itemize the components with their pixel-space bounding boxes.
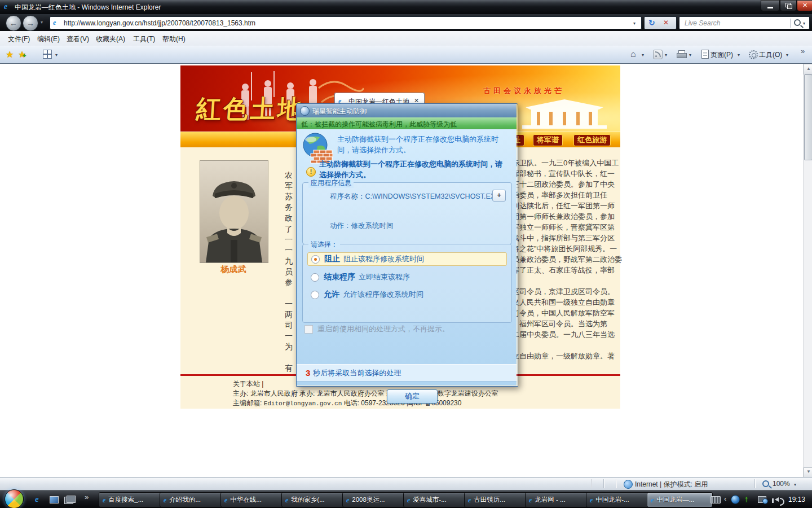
program-name-value: C:\WINDOWS\SYSTEM32\SVCHOST.EXE — [365, 192, 500, 200]
taskbar-button-2[interactable]: e介绍我的... — [160, 492, 226, 507]
taskbar-button-5[interactable]: e2008奥运... — [342, 492, 408, 507]
show-desktop-icon[interactable] — [50, 496, 59, 503]
program-name-row: 程序名称：C:\WINDOWS\SYSTEM32\SVCHOST.EXE — [330, 192, 500, 202]
search-dropdown-icon[interactable]: ▾ — [803, 21, 805, 26]
address-dropdown-icon[interactable]: ▾ — [633, 21, 636, 26]
search-icon[interactable] — [794, 19, 801, 26]
portrait-art — [200, 161, 268, 262]
feeds-icon[interactable] — [653, 50, 663, 59]
status-separator-2 — [603, 479, 604, 488]
feeds-dropdown-icon[interactable]: ▾ — [665, 52, 667, 58]
nav-item-generals[interactable]: 将军谱 — [533, 134, 563, 146]
taskbar-button-6[interactable]: e爱喜城市-... — [403, 492, 469, 507]
screen: e 中国龙岩―红色土地 - Windows Internet Explorer … — [0, 0, 812, 508]
tray-network-icon[interactable] — [758, 496, 766, 503]
menu-favorites[interactable]: 收藏夹(A) — [96, 34, 125, 44]
favorites-center-icon[interactable]: ★ — [6, 49, 14, 60]
taskbar-button-1[interactable]: e百度搜索_... — [99, 492, 165, 507]
tray-up-arrow-icon[interactable]: ↑ — [744, 494, 749, 503]
taskbar: e » e百度搜索_... e介绍我的... e中华在线... e我的家乡(..… — [0, 490, 812, 508]
window-switcher-icon[interactable] — [64, 497, 73, 504]
tray-clock[interactable]: 19:13 — [788, 496, 805, 503]
refresh-stop-group: ↻ ✕ — [644, 16, 677, 29]
option-block-name: 阻止 — [324, 254, 340, 264]
internet-zone-icon — [624, 480, 633, 489]
menu-tools[interactable]: 工具(T) — [133, 34, 155, 44]
start-button[interactable] — [5, 489, 24, 508]
tray-chevron-icon[interactable]: ‹ — [724, 494, 726, 503]
nav-item-tourism[interactable]: 红色旅游 — [573, 134, 611, 146]
threat-level-banner: 低：被拦截的操作可能被病毒利用，此威胁等级为低 — [297, 117, 517, 129]
address-input[interactable] — [63, 19, 629, 28]
tools-menu-button[interactable]: 工具(O) — [759, 50, 782, 60]
menu-edit[interactable]: 编辑(E) — [37, 34, 60, 44]
page-menu-button[interactable]: 页面(P) — [710, 50, 733, 60]
tray-globe-icon[interactable] — [731, 495, 740, 504]
back-icon: ← — [10, 19, 17, 28]
print-icon[interactable] — [677, 50, 686, 58]
remember-checkbox[interactable] — [304, 325, 313, 334]
refresh-icon[interactable]: ↻ — [648, 18, 655, 27]
toolbar-overflow-chevron[interactable]: » — [801, 47, 805, 55]
scrollbar-thumb[interactable] — [804, 75, 812, 160]
tab-bar: ★ ★ ▾ e 中国龙岩-红色土地 e 中国龙岩―红色土地 e 中国龙岩―红色土… — [0, 46, 812, 64]
radio-block-selected[interactable] — [311, 255, 320, 264]
article-left-column: 农军 苏务 政了 一一 九员 参 一两 司一 为 有 — [285, 170, 295, 374]
restore-button[interactable] — [780, 0, 797, 11]
tray-volume-icon[interactable] — [775, 497, 779, 502]
home-dropdown-icon[interactable]: ▾ — [642, 52, 644, 58]
footer-email-label: 主编邮箱: — [233, 399, 264, 407]
tab-list-dropdown[interactable]: ▾ — [55, 52, 58, 58]
dialog-title: 瑞星智能主动防御 — [312, 107, 367, 116]
back-button[interactable]: ← — [6, 15, 21, 31]
quick-tabs-icon[interactable] — [43, 50, 52, 59]
threat-level-text: 低：被拦截的操作可能被病毒利用，此威胁等级为低 — [301, 120, 457, 129]
radio-allow[interactable] — [311, 291, 319, 299]
recent-pages-dropdown[interactable]: ▾ — [41, 20, 43, 25]
forward-icon: → — [27, 19, 34, 28]
taskbar-button-8[interactable]: e龙岩网 - ... — [525, 492, 591, 507]
search-input[interactable] — [683, 19, 770, 28]
option-block[interactable]: 阻止 阻止该程序修改系统时间 — [307, 252, 507, 266]
taskbar-button-9[interactable]: e中国龙岩-... — [586, 492, 652, 507]
app-info-legend: 应用程序信息 — [308, 178, 354, 188]
tray-keyboard-icon[interactable] — [710, 496, 721, 503]
ok-button[interactable]: 确定 — [387, 389, 438, 404]
status-separator-1 — [591, 479, 592, 488]
scroll-up-button[interactable]: ▲ — [804, 64, 812, 75]
stop-icon[interactable]: ✕ — [663, 19, 669, 27]
close-button[interactable]: ✕ — [797, 0, 812, 11]
radio-terminate[interactable] — [311, 273, 319, 282]
zoom-dropdown-icon[interactable]: ▾ — [794, 482, 796, 487]
footer-line1: 主办: 龙岩市人民政府 承办: 龙岩市人民政府办公室 建设维护: 龙岩市数字龙岩… — [233, 389, 498, 398]
quicklaunch-ie-icon[interactable]: e — [35, 495, 39, 503]
print-dropdown-icon[interactable]: ▾ — [689, 52, 691, 58]
taskbar-button-10-active[interactable]: e中国龙岩―... — [647, 492, 713, 507]
status-separator-3 — [616, 479, 616, 488]
rising-defense-dialog: 瑞星智能主动防御 低：被拦截的操作可能被病毒利用，此威胁等级为低 主动防御截获到… — [296, 103, 518, 387]
minimize-button[interactable] — [761, 0, 780, 11]
option-terminate[interactable]: 结束程序 立即结束该程序 — [307, 271, 506, 283]
dialog-message-bold: 主动防御截获到一个程序正在修改您电脑的系统时间，请选择操作方式。 — [319, 159, 508, 180]
home-icon[interactable]: ⌂ — [630, 49, 636, 59]
address-page-icon: e — [53, 19, 56, 27]
option-allow[interactable]: 允许 允许该程序修改系统时间 — [307, 288, 506, 301]
taskbar-button-7[interactable]: e古田镇历... — [464, 492, 530, 507]
menu-view[interactable]: 查看(V) — [67, 34, 89, 44]
footer-about-link[interactable]: 关于本站 | — [233, 379, 263, 389]
menu-file[interactable]: 文件(F) — [8, 34, 30, 44]
banner-title: 紅色土地 — [195, 93, 306, 126]
zoom-level-button[interactable]: 100% — [773, 480, 790, 488]
menu-help[interactable]: 帮助(H) — [162, 34, 186, 44]
dialog-titlebar[interactable]: 瑞星智能主动防御 — [297, 104, 517, 117]
add-favorite-icon[interactable]: ★ — [18, 49, 26, 60]
quicklaunch-chevron[interactable]: » — [85, 493, 89, 501]
taskbar-button-4[interactable]: e我的家乡(... — [281, 492, 347, 507]
expand-details-button[interactable]: + — [492, 190, 506, 202]
page-dropdown-icon[interactable]: ▾ — [738, 52, 740, 58]
taskbar-button-3[interactable]: e中华在线... — [220, 492, 286, 507]
address-bar[interactable]: e ▾ — [50, 16, 642, 29]
forward-button[interactable]: → — [23, 15, 38, 31]
tools-dropdown-icon[interactable]: ▾ — [786, 52, 788, 58]
remember-choice-row: 重启前使用相同的处理方式，不再提示。 — [304, 324, 449, 334]
